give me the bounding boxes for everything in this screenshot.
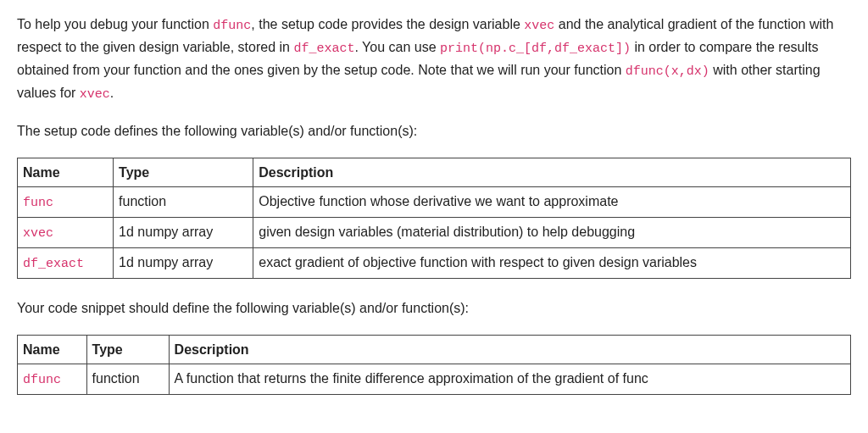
cell-type: function	[86, 364, 169, 395]
table-row: dfunc function A function that returns t…	[18, 364, 851, 395]
cell-type: 1d numpy array	[114, 218, 253, 248]
cell-description: Objective function whose derivative we w…	[253, 187, 851, 218]
output-variables-table: Name Type Description dfunc function A f…	[17, 335, 851, 396]
cell-type: 1d numpy array	[114, 248, 253, 279]
header-name: Name	[18, 335, 87, 364]
intro-text: . You can use	[354, 40, 440, 54]
cell-name: dfunc	[18, 364, 87, 395]
setup-intro-paragraph: The setup code defines the following var…	[17, 120, 851, 142]
header-description: Description	[169, 335, 850, 364]
header-description: Description	[253, 158, 851, 187]
cell-name: func	[18, 187, 114, 218]
cell-description: given design variables (material distrib…	[253, 218, 851, 248]
header-type: Type	[114, 158, 253, 187]
code-xvec-2: xvec	[80, 87, 110, 102]
var-name: xvec	[23, 226, 53, 241]
intro-paragraph: To help you debug your function dfunc, t…	[17, 14, 851, 105]
table-header-row: Name Type Description	[18, 158, 851, 187]
snippet-intro-paragraph: Your code snippet should define the foll…	[17, 297, 851, 319]
cell-description: exact gradient of objective function wit…	[253, 248, 851, 279]
code-xvec: xvec	[524, 19, 554, 33]
var-name: df_exact	[23, 257, 84, 271]
header-name: Name	[18, 158, 114, 187]
var-name: dfunc	[23, 373, 61, 387]
cell-type: function	[114, 187, 253, 218]
cell-name: xvec	[18, 218, 114, 248]
code-print: print(np.c_[df,df_exact])	[440, 42, 631, 56]
table-row: func function Objective function whose d…	[18, 187, 851, 218]
code-dfunc: dfunc	[213, 19, 251, 33]
cell-name: df_exact	[18, 248, 114, 279]
table-row: xvec 1d numpy array given design variabl…	[18, 218, 851, 248]
table-row: df_exact 1d numpy array exact gradient o…	[18, 248, 851, 279]
setup-variables-table: Name Type Description func function Obje…	[17, 158, 851, 280]
var-name: func	[23, 196, 53, 210]
intro-text: .	[110, 86, 114, 100]
table-header-row: Name Type Description	[18, 335, 851, 364]
code-dfunc-call: dfunc(x,dx)	[626, 64, 709, 79]
header-type: Type	[86, 335, 169, 364]
intro-text: , the setup code provides the design var…	[251, 17, 524, 31]
intro-text: To help you debug your function	[17, 17, 213, 31]
code-df-exact: df_exact	[293, 42, 354, 56]
cell-description: A function that returns the finite diffe…	[169, 364, 850, 395]
